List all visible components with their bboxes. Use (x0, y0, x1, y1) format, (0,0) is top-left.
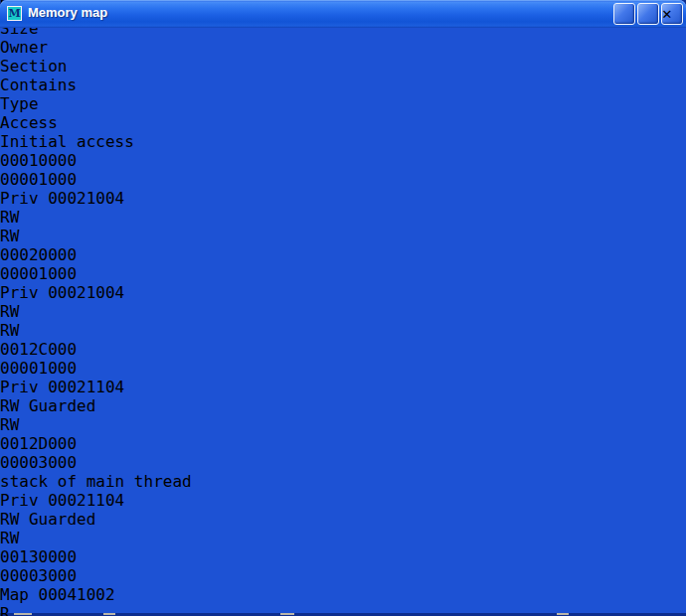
column-header-type[interactable]: Type (0, 94, 686, 113)
table-row[interactable]: 0002000000001000Priv 00021004RWRW (0, 245, 686, 340)
memory-table-body: 0001000000001000Priv 00021004RWRW0002000… (0, 151, 686, 616)
cell-access: RW Guarded (0, 396, 686, 415)
table-row[interactable]: 0001000000001000Priv 00021004RWRW (0, 151, 686, 245)
cell-type: Priv 00021004 (0, 189, 686, 208)
background-window-fragment (557, 613, 569, 615)
cell-type: Priv 00021104 (0, 491, 686, 510)
memory-map-icon: M (7, 6, 22, 21)
memory-map-content: AddressSizeOwnerSectionContainsTypeAcces… (0, 0, 686, 616)
table-row[interactable]: 0013000000003000Map 00041002RR (0, 547, 686, 616)
cell-initial: RW (0, 529, 686, 547)
cell-contains: stack of main thread (0, 472, 686, 491)
cell-access: RW Guarded (0, 510, 686, 529)
cell-access: RW (0, 302, 686, 321)
column-header-initial[interactable]: Initial access (0, 132, 686, 151)
cell-size: 00001000 (0, 264, 686, 283)
background-window-fragment (103, 613, 115, 615)
cell-size: 00001000 (0, 170, 686, 189)
background-window-fragment (14, 613, 32, 615)
cell-size: 00001000 (0, 359, 686, 378)
cell-size: 00003000 (0, 566, 686, 585)
cell-address: 00130000 (0, 547, 686, 566)
cell-initial: RW (0, 227, 686, 245)
close-button[interactable]: ✕ (661, 3, 683, 25)
minimize-button[interactable] (613, 3, 635, 25)
cell-type: Priv 00021004 (0, 283, 686, 302)
window-title: Memory map (28, 5, 107, 20)
cell-access: RW (0, 208, 686, 227)
cell-size: 00003000 (0, 453, 686, 472)
column-header-owner[interactable]: Owner (0, 38, 686, 57)
cell-address: 0012C000 (0, 340, 686, 359)
background-window-fragment (280, 613, 294, 615)
desktop-background: { "window": { "title": "Memory map", "ic… (0, 0, 686, 616)
table-row[interactable]: 0012D00000003000stack of main threadPriv… (0, 434, 686, 547)
cell-address: 0012D000 (0, 434, 686, 453)
caption-buttons: ✕ (613, 3, 683, 25)
cell-address: 00020000 (0, 245, 686, 264)
close-icon: ✕ (662, 4, 672, 23)
maximize-button[interactable] (637, 3, 659, 25)
column-header-access[interactable]: Access (0, 113, 686, 132)
cell-type: Priv 00021104 (0, 378, 686, 396)
column-header-section[interactable]: Section (0, 57, 686, 76)
memory-map-window: M Memory map ✕ AddressSizeOwnerSectionCo… (0, 0, 686, 613)
titlebar[interactable]: M Memory map ✕ (0, 0, 686, 28)
table-row[interactable]: 0012C00000001000Priv 00021104RW GuardedR… (0, 340, 686, 434)
cell-initial: RW (0, 415, 686, 434)
cell-address: 00010000 (0, 151, 686, 170)
cell-initial: RW (0, 321, 686, 340)
column-header-contains[interactable]: Contains (0, 76, 686, 94)
cell-type: Map 00041002 (0, 585, 686, 604)
